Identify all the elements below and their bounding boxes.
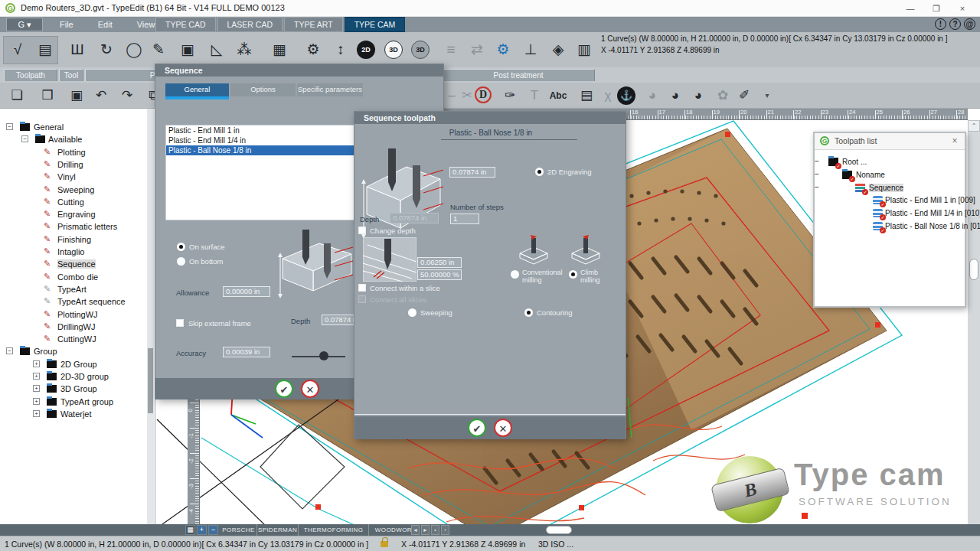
collapse-box-icon[interactable]: − [815, 157, 819, 165]
tree-item-drilling[interactable]: ✎Drilling [0, 159, 155, 171]
open-file-icon[interactable]: ❒ [37, 85, 58, 106]
tree-item-2d-group[interactable]: +2D Group [0, 359, 155, 370]
mode-tab-type-cam[interactable]: TYPE CAM [345, 17, 406, 32]
sheet-grid-icon[interactable]: ▦ [185, 525, 195, 535]
math-formula-icon[interactable]: √ [6, 38, 29, 61]
ribbon-tab-tool[interactable]: Tool [59, 69, 83, 81]
tree-scrollbar-thumb[interactable] [148, 348, 153, 413]
engraving-tools-icon[interactable]: Ш [66, 38, 89, 61]
text-tool-icon[interactable]: T [524, 85, 545, 106]
tree-item-3d-group[interactable]: +3D Group [0, 383, 155, 395]
team-icon[interactable]: ⁂ [233, 38, 256, 61]
close-button[interactable]: × [949, 0, 975, 17]
tree-item-vinyl[interactable]: ✎Vinyl [0, 171, 155, 183]
expand-box-icon[interactable]: + [33, 373, 40, 380]
connect-within-slice-checkbox[interactable] [358, 284, 366, 292]
accuracy-field[interactable]: 0.00039 in [223, 347, 270, 357]
expand-box-icon[interactable]: + [33, 398, 40, 405]
tree-scrollbar[interactable] [147, 109, 154, 524]
tree-item-2d-3d-group[interactable]: +2D-3D group [0, 371, 155, 383]
selection-stamp-icon[interactable]: ▣ [176, 38, 199, 61]
flower-icon[interactable]: ✿ [712, 85, 733, 106]
allowance-field[interactable]: 0.00000 in [223, 286, 270, 297]
tree-item-waterjet[interactable]: +Waterjet [0, 409, 155, 420]
material-sheet-icon[interactable]: ▦ [268, 38, 291, 61]
menu-file[interactable]: File [47, 17, 86, 32]
tab-options[interactable]: Options [230, 83, 296, 96]
tree-item-drillingwj[interactable]: ✎DrillingWJ [0, 321, 155, 333]
z-probe-icon[interactable]: ⊥ [519, 38, 542, 61]
tab-specific-parameters[interactable]: Specific parameters [297, 83, 363, 96]
tool-library-icon[interactable]: ▤ [34, 38, 57, 61]
step-depth-field[interactable]: 0.07874 in [449, 167, 495, 178]
conventional-milling-radio[interactable] [511, 270, 519, 279]
minimize-button[interactable]: — [897, 0, 923, 17]
scroll-left-button[interactable]: ◄ [411, 525, 420, 535]
sheet-box-button[interactable]: ▪ [431, 525, 439, 535]
collapse-box-icon[interactable]: − [815, 183, 819, 191]
expand-box-icon[interactable]: + [33, 360, 40, 367]
help-icon[interactable]: ? [949, 18, 961, 30]
tree-item-sweeping[interactable]: ✎Sweeping [0, 184, 155, 196]
tree-item-intaglio[interactable]: ✎Intaglio [0, 246, 155, 258]
palette-add-icon[interactable]: ◕ [688, 85, 709, 106]
toolpath-item-plastic-end-mill-1-in-009[interactable]: Plastic - End Mill 1 in [009] [815, 195, 965, 207]
sheet-tab-thermoforming[interactable]: THERMOFORMING [299, 524, 369, 536]
view-3d-alt-icon[interactable]: 3D [411, 41, 430, 59]
restore-button[interactable]: ❐ [923, 0, 949, 17]
sheet-tab-spiderman[interactable]: SPIDERMAN [257, 524, 299, 536]
palette-icon[interactable]: ◕ [665, 85, 686, 106]
tab-general[interactable]: General [165, 83, 229, 96]
undo-icon[interactable]: ↶ [90, 85, 112, 106]
remove-sheet-button[interactable]: − [208, 525, 218, 535]
ribbon-tab-post-treatment[interactable]: Post treatment [442, 69, 595, 81]
expand-box-icon[interactable]: + [33, 385, 40, 392]
drop-cap-d-icon[interactable]: D [475, 86, 492, 103]
dimension-icon[interactable]: ↕ [329, 38, 352, 61]
hatching-pen-icon[interactable]: ✎ [147, 38, 170, 61]
mode-tab-type-art[interactable]: TYPE ART [284, 17, 343, 32]
film-strip-icon[interactable]: ▤ [576, 85, 597, 106]
tree-item-general[interactable]: −General [0, 122, 155, 133]
ribbon-tab-toolpath[interactable]: Toolpath [4, 69, 57, 81]
collapse-box-icon[interactable]: − [6, 347, 13, 354]
skip-external-frame-checkbox[interactable] [176, 319, 184, 327]
weld-icon[interactable]: χ [597, 85, 619, 106]
toolpath-list-titlebar[interactable]: G Toolpath list × [815, 133, 965, 150]
on-surface-radio[interactable] [177, 243, 185, 251]
tree-item-prismatic-letters[interactable]: ✎Prismatic letters [0, 221, 155, 233]
mode-tab-laser-cad[interactable]: LASER CAD [217, 17, 283, 32]
solid-shapes-icon[interactable]: ◈ [547, 38, 570, 61]
number-of-steps-field[interactable]: 1 [450, 214, 479, 224]
viewport-vscrollbar-thumb[interactable] [969, 259, 978, 280]
toolpath-item-root[interactable]: −Root ... [815, 157, 965, 168]
app-menu-button[interactable]: G ▾ [6, 18, 43, 31]
sheet-tab-porsche[interactable]: PORSCHE [220, 524, 257, 536]
tree-item-cuttingwj[interactable]: ✎CuttingWJ [0, 334, 155, 345]
toolpath-item-sequence[interactable]: −Sequence [815, 183, 965, 194]
add-sheet-button[interactable]: + [197, 525, 207, 535]
mode-tab-type-cad[interactable]: TYPE CAD [155, 17, 216, 32]
sequence-dialog-title[interactable]: Sequence [155, 64, 443, 77]
redo-icon[interactable]: ↷ [116, 85, 138, 106]
tree-item-typeart-sequence[interactable]: ✎TypeArt sequence [0, 296, 155, 308]
tree-item-plottingwj[interactable]: ✎PlottingWJ [0, 309, 155, 321]
ok-button[interactable]: ✔ [468, 419, 486, 437]
collapse-button[interactable]: ‹ [441, 525, 449, 535]
climb-milling-radio[interactable] [569, 270, 577, 279]
contouring-radio[interactable] [524, 308, 533, 317]
2d-engraving-radio[interactable] [535, 168, 544, 176]
contact-icon[interactable]: @ [964, 18, 975, 30]
slice-percent-field[interactable]: 50.00000 % [417, 269, 462, 280]
set-square-icon[interactable]: ◺ [205, 38, 228, 61]
view-2d-icon[interactable]: 2D [357, 41, 375, 59]
slice-height-field[interactable]: 0.06250 in [417, 257, 462, 268]
tree-item-typeart[interactable]: ✎TypeArt [0, 284, 155, 295]
change-depth-checkbox[interactable] [358, 227, 366, 234]
sweeping-radio[interactable] [408, 308, 416, 317]
sheet-tab-woodworking[interactable]: WOODWORKING [369, 524, 411, 536]
tree-item-cutting[interactable]: ✎Cutting [0, 197, 155, 208]
menu-edit[interactable]: Edit [86, 17, 125, 32]
ok-button[interactable]: ✔ [275, 380, 293, 398]
on-bottom-radio[interactable] [177, 257, 185, 266]
